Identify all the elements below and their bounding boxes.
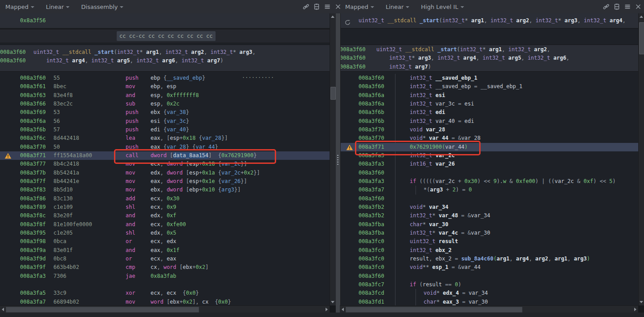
hlil-row[interactable]: 008a3fcdvoid* edx_4 = var_34	[340, 289, 638, 297]
hlil-row[interactable]: 008a3fc0uint32_t result	[340, 237, 638, 246]
asm-row[interactable]: 008a3f7050pusheax {var_28} {var_44}	[0, 143, 330, 151]
signature-line[interactable]: 008a3f60uint32_t __stdcall _start(int32_…	[340, 45, 638, 54]
menu-linear-left[interactable]: Linear	[46, 4, 69, 10]
hlil-row[interactable]: 008a3f60	[340, 272, 638, 280]
menu-mapped-right[interactable]: Mapped	[345, 4, 374, 10]
hlil-row[interactable]: 008a3f6aint32_t esi	[340, 91, 638, 100]
scrollbar-thumb[interactable]	[639, 22, 644, 54]
scroll-up-icon[interactable]	[640, 16, 643, 18]
hlil-row[interactable]: 008a3f70void* var_44 = &var_28	[340, 134, 638, 142]
menu-icon[interactable]	[624, 3, 631, 11]
instruction-bytes: 83e20f	[53, 211, 126, 220]
asm-row[interactable]: 008a3f9d0bc8orecx, eax	[0, 255, 330, 263]
scrollbar-thumb[interactable]	[6, 307, 199, 313]
asm-row[interactable]: 008a3fa533c9xorecx, ecx {0x0}	[0, 289, 330, 297]
hlil-row[interactable]: 008a3fc7if (result == 0)	[340, 280, 638, 289]
asm-row[interactable]: 008a3fa766894b02movword [ebx+0x2], cx {0…	[0, 298, 330, 305]
asm-row[interactable]: 008a3f618becmovebp, esp	[0, 82, 330, 91]
token: ,	[160, 247, 167, 253]
asm-row[interactable]	[0, 280, 330, 289]
split-view-icon[interactable]	[613, 3, 620, 11]
right-horizontal-scrollbar[interactable]	[340, 305, 638, 313]
hlil-row[interactable]: 008a3fc0result, ebx_2 = sub_8a4c60(arg1,…	[340, 255, 638, 263]
hlil-row[interactable]: 008a3fa7*(arg3 + 2) = 0	[340, 186, 638, 194]
token: }	[202, 75, 205, 81]
link-icon[interactable]	[602, 3, 610, 11]
signature-line[interactable]: 008a3f60 int32_t* arg3, int32_t arg4, in…	[340, 54, 638, 62]
scroll-right-icon[interactable]	[326, 308, 328, 311]
menu-icon[interactable]	[323, 3, 331, 11]
hlil-row[interactable]: 008a3fb2int32_t* var_48 = &var_34	[340, 211, 638, 220]
asm-row[interactable]: 008a3f8c83e20fandedx, 0xf	[0, 211, 330, 220]
left-horizontal-scrollbar[interactable]	[0, 305, 330, 313]
menu-view-hlil[interactable]: High Level IL	[421, 4, 464, 10]
scrollbar-thumb[interactable]	[330, 87, 336, 100]
split-view-icon[interactable]	[313, 3, 320, 11]
hlil-row[interactable]: 008a3f710x76291900(var_44)	[340, 143, 638, 151]
asm-row[interactable]: 008a3f6b57pushedi {var_40}	[0, 126, 330, 134]
hlil-row[interactable]: 008a3fa3int32_t var_2c	[340, 151, 638, 160]
hlil-row[interactable]: 008a3fa3int16_t var_26	[340, 160, 638, 168]
token: ,	[160, 178, 167, 184]
menu-view-disassembly[interactable]: Disassembly	[81, 4, 123, 10]
asm-row[interactable]: 008a3f71ff1554a18a00calldword [data_8aa1…	[0, 151, 330, 160]
hlil-row[interactable]: 008a3fd1char* eax_3 = var_30	[340, 298, 638, 305]
right-vertical-scrollbar[interactable]	[638, 13, 644, 305]
asm-row[interactable]: 008a3f6683ec2csubesp, 0x2c	[0, 100, 330, 108]
asm-row[interactable]: 008a3f980bcaorecx, edx	[0, 237, 330, 246]
hlil-row[interactable]: 008a3fc0int32_t ebx_2	[340, 246, 638, 255]
asm-row[interactable]: 008a3fa37306jae0x8a3fab	[0, 272, 330, 280]
asm-row[interactable]: 008a3f9a83e01fandeax, 0x1f	[0, 246, 330, 255]
signature-line[interactable]: 008a3f60 int32_t arg4, int32_t arg5, int…	[0, 57, 330, 65]
hlil-row[interactable]: 008a3f60int32_t __saved_ebp = __saved_eb…	[340, 82, 638, 91]
menu-mapped-left[interactable]: Mapped	[5, 4, 34, 10]
asm-row[interactable]: 008a3f6383e4f8andesp, 0xfffffff8	[0, 91, 330, 100]
close-icon[interactable]	[634, 3, 642, 11]
hlil-row[interactable]: 008a3f60int32_t __saved_ebp_1	[340, 74, 638, 82]
raw-bytes-row[interactable]: 008a3f56 cc cc-cc cc cc cc cc cc cc cc .…	[0, 29, 330, 43]
scroll-up-icon[interactable]	[331, 16, 334, 18]
scroll-down-icon[interactable]	[331, 301, 334, 303]
asm-row[interactable]: 008a3f8683c130addecx, 0x30	[0, 195, 330, 203]
hlil-row[interactable]: 008a3fa3if (((((var_2c + 0x30) << 9).w &…	[340, 177, 638, 186]
asm-row[interactable]: 008a3f89c1e109shlecx, 0x9	[0, 203, 330, 211]
token: eax	[151, 178, 160, 184]
asm-row[interactable]: 008a3f6055pushebp {__saved_ebp}	[0, 74, 330, 82]
hlil-row[interactable]: 008a3f6bint32_t edi	[340, 108, 638, 117]
hlil-row[interactable]: 008a3f6aint32_t var_3c = esi	[340, 100, 638, 108]
hlil-row[interactable]: 008a3f60	[340, 195, 638, 203]
hlil-row[interactable]: 008a3fbaint32_t* var_4c = &var_30	[340, 229, 638, 237]
byte-row-bytes[interactable]: cc cc-cc cc cc cc cc cc cc cc	[117, 31, 216, 41]
scrollbar-thumb[interactable]	[346, 307, 522, 313]
sync-icon[interactable]	[344, 17, 351, 28]
asm-row[interactable]: 008a3f6a56pushesi {var_3c}	[0, 117, 330, 126]
close-icon[interactable]	[334, 3, 342, 11]
pane-splitter[interactable]	[335, 13, 341, 317]
left-vertical-scrollbar[interactable]	[330, 13, 336, 305]
link-icon[interactable]	[302, 3, 310, 11]
scroll-right-icon[interactable]	[634, 308, 636, 311]
asm-row[interactable]: 008a3f9f663b4b02cmpcx, word [ebx+0x2]	[0, 263, 330, 272]
menu-linear-right[interactable]: Linear	[386, 4, 409, 10]
hlil-row[interactable]: 008a3f60	[340, 169, 638, 177]
asm-row[interactable]: 008a3f6953pushebx {var_38}	[0, 108, 330, 117]
hlil-row[interactable]: 008a3fbachar* var_30	[340, 220, 638, 229]
asm-row[interactable]: 008a3f7b8b54241amovedx, dword [esp+0x1a …	[0, 169, 330, 177]
asm-row[interactable]: 008a3f6c8d442418leaeax, [esp+0x18 {var_2…	[0, 134, 330, 142]
asm-row[interactable]: 008a3f838b5d10movebx, dword [ebp+0x10 {a…	[0, 186, 330, 194]
signature-line[interactable]: 008a3f60 int32_t arg7)	[340, 63, 638, 71]
hlil-row[interactable]: 008a3fb2void* var_34	[340, 203, 638, 211]
token: (	[439, 17, 442, 24]
asm-row[interactable]: 008a3f778b4c2418movecx, dword [esp+0x18 …	[0, 160, 330, 168]
asm-row[interactable]: 008a3f8f81e100fe0000andecx, 0xfe00	[0, 220, 330, 229]
scroll-left-icon[interactable]	[342, 308, 344, 311]
hlil-row[interactable]: 008a3f6bint32_t var_40 = edi	[340, 117, 638, 126]
asm-row[interactable]: 008a3f95c1e205shledx, 0x5	[0, 229, 330, 237]
token: ,	[476, 55, 482, 61]
scroll-left-icon[interactable]	[2, 308, 4, 311]
scroll-down-icon[interactable]	[640, 301, 643, 303]
hlil-row[interactable]: 008a3fc0void** esp_1 = &var_44	[340, 263, 638, 272]
hlil-row[interactable]: 008a3f70void var_28	[340, 126, 638, 134]
signature-line[interactable]: 008a3f60uint32_t __stdcall _start(int32_…	[0, 48, 330, 57]
asm-row[interactable]: 008a3f7f8b44241emoveax, dword [esp+0x1e …	[0, 177, 330, 186]
